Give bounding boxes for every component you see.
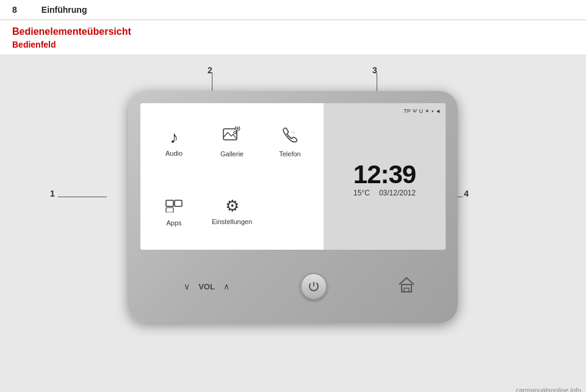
status-u: U: [419, 108, 423, 114]
screen-left-panel: ♪ Audio: [140, 103, 324, 250]
section-subheading: Bedienfeld: [0, 38, 586, 54]
vol-down-button[interactable]: ∨: [180, 280, 194, 293]
status-tp: TP: [403, 108, 411, 114]
menu-item-einstellungen[interactable]: ⚙ Einstellungen: [204, 178, 259, 244]
menu-item-gallerie[interactable]: Gallerie: [204, 109, 259, 175]
audio-icon: ♪: [170, 128, 178, 147]
status-signal: Ψ: [413, 108, 418, 114]
telefon-label: Telefon: [279, 150, 300, 158]
screen-right-panel: TP Ψ U ✶ ▪ ◄ 12:39 15°C 03/12/2012: [324, 103, 446, 250]
menu-item-audio[interactable]: ♪ Audio: [146, 109, 201, 175]
device-body: ♪ Audio: [128, 91, 458, 323]
status-bt: ✶: [425, 108, 430, 114]
clock-area: 12:39 15°C 03/12/2012: [328, 114, 441, 245]
gallerie-icon: [223, 126, 241, 148]
temperature: 15°C: [353, 189, 370, 197]
diagram-area: 1 2 3 4 5 6 7 ♪ Audio: [0, 54, 586, 392]
svg-rect-0: [223, 129, 237, 140]
section-heading: Bedienelementeübersicht: [0, 20, 586, 38]
clock-time: 12:39: [353, 162, 416, 187]
power-button[interactable]: [300, 273, 327, 300]
date: 03/12/2012: [379, 189, 416, 197]
clock-info: 15°C 03/12/2012: [353, 189, 416, 197]
svg-rect-8: [166, 208, 173, 212]
label-1: 1: [50, 189, 55, 198]
gallerie-label: Gallerie: [220, 150, 244, 158]
screen: ♪ Audio: [140, 103, 446, 250]
controls-area: ∨ VOL ∧: [146, 262, 452, 311]
home-button[interactable]: [395, 275, 418, 298]
vol-up-button[interactable]: ∧: [220, 280, 233, 293]
audio-label: Audio: [165, 150, 183, 157]
apps-label: Apps: [166, 219, 181, 227]
status-bar: TP Ψ U ✶ ▪ ◄: [328, 108, 441, 114]
vol-label: VOL: [198, 282, 215, 291]
status-batt: ▪: [432, 108, 433, 114]
menu-item-apps[interactable]: Apps: [146, 178, 201, 244]
svg-rect-7: [175, 200, 182, 206]
watermark: carmanuálsonline.info: [516, 387, 581, 392]
vol-control: ∨ VOL ∧: [180, 280, 233, 293]
telefon-icon: ...: [281, 126, 299, 148]
svg-point-1: [234, 131, 236, 134]
page-title: Einführung: [42, 5, 87, 15]
svg-text:...: ...: [291, 128, 295, 134]
svg-rect-6: [166, 200, 173, 206]
menu-item-telefon[interactable]: ... Telefon: [262, 109, 317, 175]
einstellungen-icon: ⚙: [225, 197, 239, 216]
page-number: 8: [12, 5, 17, 15]
einstellungen-label: Einstellungen: [212, 218, 252, 225]
page-header: 8 Einführung: [0, 0, 586, 20]
line-1: [58, 197, 107, 197]
status-vol: ◄: [435, 108, 441, 114]
apps-icon: [165, 195, 183, 217]
